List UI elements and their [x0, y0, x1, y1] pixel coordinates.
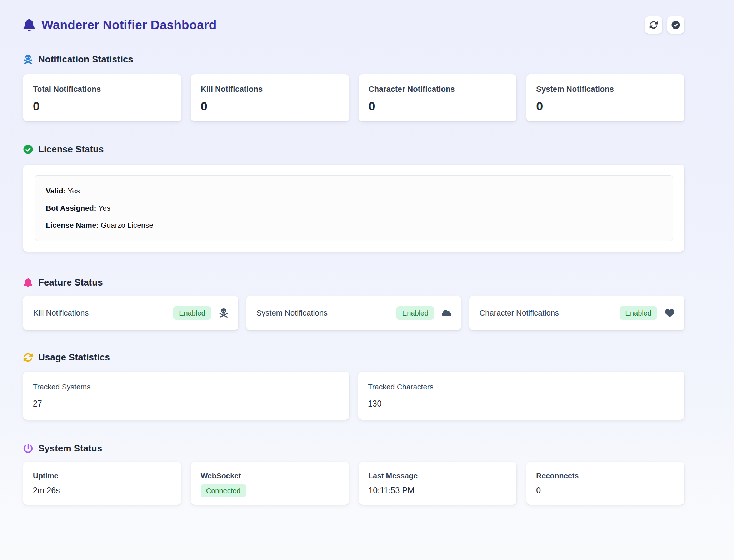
system-label: Uptime [33, 471, 171, 480]
section-title-text: System Status [38, 443, 102, 454]
system-card-last-message: Last Message 10:11:53 PM [359, 462, 517, 505]
usage-value: 27 [33, 399, 340, 409]
refresh-button[interactable] [645, 16, 662, 34]
status-check-button[interactable] [667, 16, 684, 34]
license-name-row: License Name: Guarzo License [46, 221, 662, 229]
stat-card-kill-notifications: Kill Notifications 0 [191, 74, 349, 121]
section-heading: License Status [23, 143, 684, 155]
stat-value: 0 [201, 99, 339, 113]
connected-badge: Connected [201, 484, 246, 497]
license-bot-assigned-label: Bot Assigned: [46, 204, 96, 212]
section-usage-statistics: Usage Statistics Tracked Systems 27 Trac… [23, 352, 684, 420]
header: Wanderer Notifier Dashboard [23, 0, 684, 34]
refresh-icon [649, 21, 658, 29]
system-label: WebSocket [201, 471, 339, 480]
bell-icon [23, 19, 35, 31]
enabled-badge: Enabled [396, 306, 434, 320]
stat-label: System Notifications [536, 85, 675, 94]
license-details: Valid: Yes Bot Assigned: Yes License Nam… [35, 175, 673, 241]
skull-crossbones-icon [219, 308, 228, 318]
section-heading: System Status [23, 443, 684, 454]
feature-label: Character Notifications [479, 308, 559, 318]
license-valid-value: Yes [68, 187, 80, 195]
section-license-status: License Status Valid: Yes Bot Assigned: … [23, 143, 684, 252]
stat-label: Total Notifications [33, 85, 171, 94]
section-title-text: Notification Statistics [38, 54, 133, 65]
usage-card-tracked-characters: Tracked Characters 130 [358, 372, 684, 420]
system-card-row: Uptime 2m 26s WebSocket Connected Last M… [23, 462, 684, 505]
system-label: Last Message [369, 471, 507, 480]
feature-status-group: Enabled [620, 306, 674, 320]
stat-value: 0 [536, 99, 675, 113]
stat-card-character-notifications: Character Notifications 0 [359, 74, 517, 121]
stat-label: Character Notifications [369, 85, 507, 94]
heart-icon [665, 308, 674, 318]
cloud-icon [442, 308, 451, 318]
section-system-status: System Status Uptime 2m 26s WebSocket Co… [23, 443, 684, 505]
enabled-badge: Enabled [173, 306, 211, 320]
system-label: Reconnects [536, 471, 675, 480]
refresh-icon [23, 353, 33, 362]
feature-card-character-notifications: Character Notifications Enabled [469, 296, 684, 330]
section-title-text: Usage Statistics [38, 352, 110, 363]
header-actions [645, 16, 684, 34]
usage-label: Tracked Systems [33, 383, 340, 391]
section-heading: Feature Status [23, 277, 684, 288]
feature-label: Kill Notifications [33, 308, 89, 318]
system-card-websocket: WebSocket Connected [191, 462, 349, 505]
feature-card-system-notifications: System Notifications Enabled [246, 296, 461, 330]
usage-card-row: Tracked Systems 27 Tracked Characters 13… [23, 372, 684, 420]
stat-label: Kill Notifications [201, 85, 339, 94]
system-value: 0 [536, 486, 675, 495]
license-valid-label: Valid: [46, 187, 66, 195]
bell-icon [23, 278, 33, 287]
check-circle-icon [23, 145, 33, 154]
title-wrap: Wanderer Notifier Dashboard [23, 18, 216, 32]
system-value: 2m 26s [33, 486, 171, 495]
license-name-label: License Name: [46, 221, 99, 229]
feature-card-row: Kill Notifications Enabled System Notifi… [23, 296, 684, 330]
system-value: 10:11:53 PM [369, 486, 507, 495]
license-valid-row: Valid: Yes [46, 187, 662, 195]
check-circle-icon [671, 21, 680, 29]
stat-card-total-notifications: Total Notifications 0 [23, 74, 181, 121]
section-heading: Usage Statistics [23, 352, 684, 363]
usage-label: Tracked Characters [368, 383, 675, 391]
section-heading: Notification Statistics [23, 54, 684, 65]
power-icon [23, 444, 33, 453]
feature-status-group: Enabled [173, 306, 228, 320]
feature-status-group: Enabled [396, 306, 451, 320]
stat-value: 0 [369, 99, 507, 113]
dashboard-page: Wanderer Notifier Dashboard Notification… [23, 0, 684, 505]
feature-label: System Notifications [256, 308, 328, 318]
skull-crossbones-icon [23, 55, 33, 64]
enabled-badge: Enabled [620, 306, 657, 320]
section-title-text: Feature Status [38, 277, 103, 288]
license-card: Valid: Yes Bot Assigned: Yes License Nam… [23, 165, 684, 252]
system-card-reconnects: Reconnects 0 [526, 462, 684, 505]
section-notification-statistics: Notification Statistics Total Notificati… [23, 54, 684, 121]
system-card-uptime: Uptime 2m 26s [23, 462, 181, 505]
license-bot-assigned-row: Bot Assigned: Yes [46, 204, 662, 212]
stat-value: 0 [33, 99, 171, 113]
usage-card-tracked-systems: Tracked Systems 27 [23, 372, 349, 420]
license-bot-assigned-value: Yes [98, 204, 110, 212]
stat-card-system-notifications: System Notifications 0 [526, 74, 684, 121]
usage-value: 130 [368, 399, 675, 409]
license-name-value: Guarzo License [101, 221, 153, 229]
page-title: Wanderer Notifier Dashboard [41, 18, 216, 32]
section-title-text: License Status [38, 143, 104, 155]
stat-card-row: Total Notifications 0 Kill Notifications… [23, 74, 684, 121]
section-feature-status: Feature Status Kill Notifications Enable… [23, 277, 684, 330]
feature-card-kill-notifications: Kill Notifications Enabled [23, 296, 238, 330]
